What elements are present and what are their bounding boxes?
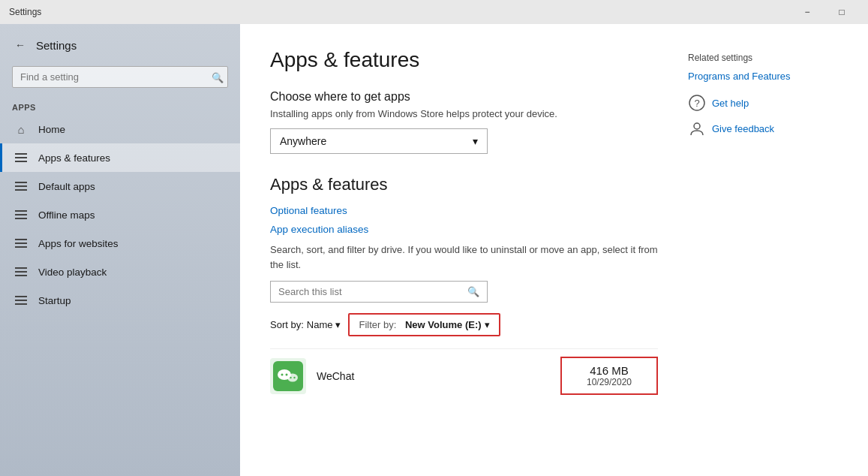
sort-filter-row: Sort by: Name ▾ Filter by: New Volume (E…	[270, 313, 658, 336]
svg-rect-13	[15, 271, 27, 273]
svg-rect-10	[15, 243, 27, 244]
sidebar-section-label: Apps	[0, 100, 240, 115]
minimize-button[interactable]: −	[790, 0, 824, 24]
svg-point-24	[293, 376, 295, 378]
sidebar-item-apps-features[interactable]: Apps & features	[0, 143, 240, 172]
svg-rect-11	[15, 246, 27, 248]
svg-rect-15	[15, 296, 27, 297]
get-help-label: Get help	[712, 98, 749, 109]
sidebar-item-default-apps-label: Default apps	[38, 181, 95, 192]
sidebar-header: ← Settings	[0, 24, 240, 60]
svg-rect-2	[15, 161, 27, 162]
svg-text:?: ?	[694, 98, 699, 109]
filter-label: Filter by:	[359, 319, 396, 330]
related-settings-title: Related settings	[688, 53, 838, 63]
search-list-input[interactable]	[278, 286, 467, 297]
app-item-wechat[interactable]: WeChat 416 MB 10/29/2020	[270, 348, 658, 402]
sidebar-item-home[interactable]: ⌂ Home	[0, 115, 240, 143]
features-section-title: Apps & features	[270, 175, 658, 194]
sidebar-item-video-playback-label: Video playback	[38, 267, 107, 278]
offline-maps-icon	[14, 208, 28, 221]
svg-rect-4	[15, 185, 27, 187]
back-button[interactable]: ←	[12, 36, 29, 54]
choose-section-title: Choose where to get apps	[270, 90, 658, 104]
sidebar-item-startup-label: Startup	[38, 295, 71, 306]
svg-point-21	[286, 373, 288, 375]
svg-rect-9	[15, 239, 27, 240]
give-feedback-icon	[688, 119, 706, 137]
sidebar-item-default-apps[interactable]: Default apps	[0, 172, 240, 200]
maximize-button[interactable]: □	[824, 0, 859, 24]
apps-features-icon	[14, 151, 28, 164]
anywhere-value: Anywhere	[280, 135, 326, 147]
search-box-container: 🔍	[12, 66, 228, 88]
wechat-date: 10/29/2020	[575, 377, 643, 387]
sidebar-item-apps-features-label: Apps & features	[38, 152, 110, 164]
filter-button[interactable]: Filter by: New Volume (E:) ▾	[348, 313, 500, 336]
sidebar-item-offline-maps-label: Offline maps	[38, 209, 95, 221]
titlebar: Settings − □	[0, 0, 868, 24]
get-help-icon: ?	[688, 94, 706, 112]
right-panel: Related settings Programs and Features ?…	[688, 48, 838, 452]
content-body: Apps & features Choose where to get apps…	[270, 48, 658, 452]
sort-button[interactable]: Sort by: Name ▾	[270, 319, 341, 330]
apps-websites-icon	[14, 236, 28, 250]
svg-rect-3	[15, 182, 27, 183]
search-input[interactable]	[12, 66, 228, 88]
sort-value: Name	[307, 319, 333, 330]
svg-rect-14	[15, 275, 27, 276]
sidebar: ← Settings 🔍 Apps ⌂ Home Apps & features	[0, 24, 240, 476]
programs-features-link[interactable]: Programs and Features	[688, 71, 838, 82]
svg-rect-7	[15, 214, 27, 215]
choose-section-desc: Installing apps only from Windows Store …	[270, 108, 658, 119]
optional-features-link[interactable]: Optional features	[270, 205, 658, 216]
svg-rect-17	[15, 303, 27, 305]
startup-icon	[14, 294, 28, 307]
sidebar-item-apps-websites-label: Apps for websites	[38, 238, 119, 249]
search-list-icon: 🔍	[467, 286, 479, 297]
svg-rect-1	[15, 157, 27, 158]
svg-rect-12	[15, 267, 27, 269]
back-icon: ←	[15, 39, 26, 51]
main-content: Apps & features Choose where to get apps…	[240, 24, 868, 476]
filter-value: New Volume (E:)	[405, 319, 482, 330]
home-icon: ⌂	[14, 122, 28, 136]
wechat-size-box: 416 MB 10/29/2020	[560, 357, 658, 395]
app-execution-link[interactable]: App execution aliases	[270, 224, 658, 235]
sidebar-item-offline-maps[interactable]: Offline maps	[0, 200, 240, 229]
anywhere-dropdown[interactable]: Anywhere ▾	[270, 128, 488, 154]
svg-point-22	[287, 373, 298, 381]
filter-description: Search, sort, and filter by drive. If yo…	[270, 243, 658, 272]
sidebar-title: Settings	[36, 39, 77, 52]
sidebar-item-home-label: Home	[38, 124, 65, 135]
give-feedback-label: Give feedback	[712, 123, 774, 134]
svg-point-20	[281, 373, 284, 375]
search-icon-button[interactable]: 🔍	[212, 71, 224, 83]
svg-rect-5	[15, 189, 27, 191]
default-apps-icon	[14, 179, 28, 193]
svg-rect-6	[15, 210, 27, 212]
get-help-item[interactable]: ? Get help	[688, 94, 838, 112]
wechat-size: 416 MB	[575, 364, 643, 377]
sidebar-item-video-playback[interactable]: Video playback	[0, 258, 240, 286]
wechat-name: WeChat	[317, 370, 550, 382]
wechat-icon	[270, 358, 306, 394]
video-playback-icon	[14, 265, 28, 279]
svg-rect-0	[15, 153, 27, 155]
svg-rect-16	[15, 300, 27, 301]
titlebar-controls: − □	[790, 0, 859, 24]
svg-rect-8	[15, 218, 27, 219]
give-feedback-item[interactable]: Give feedback	[688, 119, 838, 137]
svg-point-27	[694, 123, 700, 129]
anywhere-chevron: ▾	[473, 135, 478, 147]
sidebar-item-startup[interactable]: Startup	[0, 286, 240, 315]
app-layout: ← Settings 🔍 Apps ⌂ Home Apps & features	[0, 24, 868, 476]
sidebar-item-apps-websites[interactable]: Apps for websites	[0, 229, 240, 258]
filter-chevron: ▾	[485, 319, 490, 330]
titlebar-title: Settings	[9, 7, 41, 17]
search-list-box: 🔍	[270, 281, 488, 303]
svg-point-23	[290, 376, 291, 378]
titlebar-left: Settings	[9, 7, 41, 17]
sort-chevron: ▾	[335, 319, 341, 330]
sort-label: Sort by:	[270, 319, 304, 330]
